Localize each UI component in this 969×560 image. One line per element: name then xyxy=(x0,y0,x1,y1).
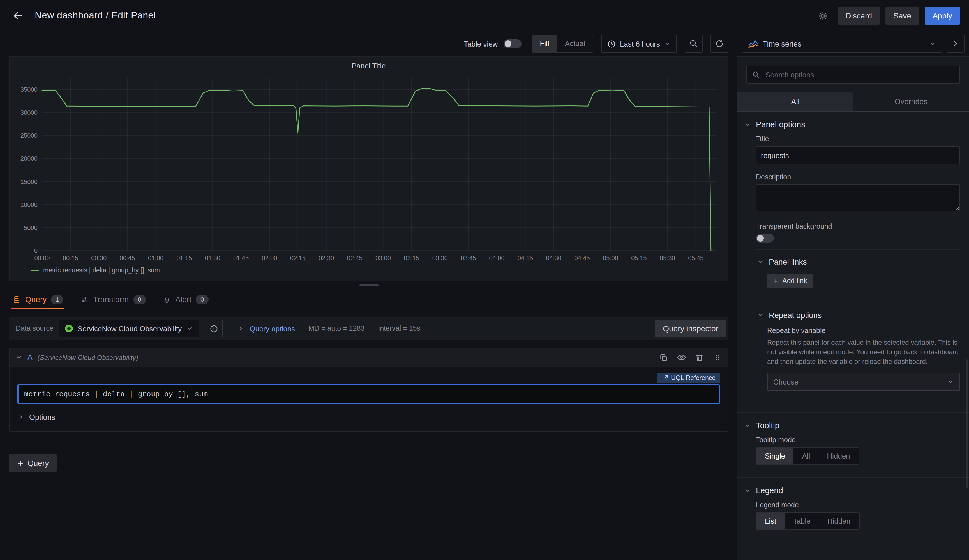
table-view-label: Table view xyxy=(464,40,498,48)
add-query-button[interactable]: Query xyxy=(9,454,57,472)
datasource-picker[interactable]: ServiceNow Cloud Observability xyxy=(59,319,199,337)
bell-icon xyxy=(162,295,171,304)
tab-all-options[interactable]: All xyxy=(738,93,853,111)
actual-option[interactable]: Actual xyxy=(557,35,593,52)
tooltip-mode-single[interactable]: Single xyxy=(756,448,794,464)
options-search-input[interactable] xyxy=(764,70,954,79)
description-field: Description xyxy=(756,173,960,214)
panel-title-input[interactable] xyxy=(756,146,960,164)
transparent-background-toggle[interactable] xyxy=(756,234,774,243)
refresh-icon xyxy=(715,39,724,48)
header-actions: Discard Save Apply xyxy=(814,7,960,25)
svg-text:30000: 30000 xyxy=(20,109,38,116)
legend-swatch xyxy=(31,269,39,271)
tab-query[interactable]: Query 1 xyxy=(11,289,65,309)
drag-query-handle[interactable] xyxy=(712,352,722,362)
chevron-down-icon xyxy=(947,379,954,386)
panel-title: Panel Title xyxy=(16,59,721,73)
description-textarea[interactable] xyxy=(756,184,960,211)
svg-text:05:45: 05:45 xyxy=(688,254,703,261)
uql-query-input[interactable] xyxy=(17,384,720,404)
section-legend: Legend Legend mode List Table Hidden xyxy=(738,477,969,536)
tooltip-mode-all[interactable]: All xyxy=(794,448,818,464)
clock-icon xyxy=(608,40,616,48)
tab-transform[interactable]: Transform 0 xyxy=(79,289,147,309)
tooltip-mode-label: Tooltip mode xyxy=(756,436,960,444)
add-link-button[interactable]: Add link xyxy=(767,274,813,288)
refresh-button[interactable] xyxy=(711,35,728,53)
legend-mode-label: Legend mode xyxy=(756,502,960,509)
query-editor-card: A (ServiceNow Cloud Observability) xyxy=(9,347,728,432)
plus-icon xyxy=(773,278,779,284)
chevron-down-icon xyxy=(757,312,764,318)
panel-links-header[interactable]: Panel links xyxy=(756,250,960,273)
arrow-left-icon xyxy=(12,10,24,22)
tab-overrides[interactable]: Overrides xyxy=(853,93,969,111)
chevron-down-icon xyxy=(929,40,936,47)
panel-preview: Panel Title 0500010000150002000025000300… xyxy=(9,56,728,281)
query-options-md: MD = auto = 1283 xyxy=(308,324,365,332)
collapse-options-pane-button[interactable] xyxy=(947,35,964,53)
fill-option[interactable]: Fill xyxy=(532,35,557,52)
svg-text:05:15: 05:15 xyxy=(631,254,646,261)
visualization-label: Time series xyxy=(763,40,925,48)
title-field: Title xyxy=(756,135,960,164)
svg-text:35000: 35000 xyxy=(20,86,38,93)
panel-resize-splitter[interactable] xyxy=(9,281,728,289)
legend-item-label[interactable]: metric requests | delta | group_by [], s… xyxy=(43,267,160,274)
duplicate-query-button[interactable] xyxy=(658,352,668,362)
chevron-right-icon xyxy=(952,40,959,48)
query-row-header[interactable]: A (ServiceNow Cloud Observability) xyxy=(10,348,728,367)
scrollbar-thumb[interactable] xyxy=(966,359,968,488)
repeat-variable-select[interactable]: Choose xyxy=(767,373,960,391)
delete-query-button[interactable] xyxy=(694,352,704,362)
section-legend-header[interactable]: Legend xyxy=(738,478,969,502)
page-title: New dashboard / Edit Panel xyxy=(35,10,156,21)
table-view-toggle[interactable] xyxy=(503,39,521,48)
repeat-variable-placeholder: Choose xyxy=(773,378,947,386)
hide-query-button[interactable] xyxy=(676,352,686,362)
svg-text:00:30: 00:30 xyxy=(91,254,107,261)
legend-mode-list[interactable]: List xyxy=(756,513,784,530)
query-inspector-button[interactable]: Query inspector xyxy=(655,319,726,337)
section-panel-options-header[interactable]: Panel options xyxy=(738,111,969,135)
datasource-label: Data source xyxy=(16,324,53,332)
query-options-link[interactable]: Query options xyxy=(250,324,295,333)
legend-mode-hidden[interactable]: Hidden xyxy=(819,513,859,530)
query-ref-id[interactable]: A xyxy=(27,353,33,362)
servicenow-logo-icon xyxy=(65,324,73,332)
visualization-picker[interactable]: Time series xyxy=(742,35,942,53)
uql-reference-button[interactable]: UQL Reference xyxy=(657,373,720,383)
save-button[interactable]: Save xyxy=(886,7,919,25)
zoom-out-button[interactable] xyxy=(685,35,703,53)
svg-text:02:15: 02:15 xyxy=(290,254,306,261)
discard-button[interactable]: Discard xyxy=(837,7,880,25)
settings-gear-button[interactable] xyxy=(814,7,832,25)
query-editor-body: UQL Reference Options xyxy=(10,367,728,431)
time-range-picker[interactable]: Last 6 hours xyxy=(601,35,677,53)
tooltip-mode-hidden[interactable]: Hidden xyxy=(818,448,858,464)
legend-mode-table[interactable]: Table xyxy=(784,513,819,530)
query-options-collapse[interactable]: Options xyxy=(17,406,720,428)
edit-tabs: Query 1 Transform 0 Alert 0 xyxy=(9,289,728,309)
apply-button[interactable]: Apply xyxy=(925,7,960,25)
chevron-down-icon xyxy=(744,422,751,429)
transform-icon xyxy=(80,295,89,304)
panel-links-body: Add link xyxy=(756,273,960,296)
svg-text:03:15: 03:15 xyxy=(404,254,419,261)
main-area: Table view Fill Actual Last 6 hours xyxy=(0,32,738,560)
repeat-options-header[interactable]: Repeat options xyxy=(756,303,960,326)
datasource-help-button[interactable] xyxy=(205,319,223,337)
query-options-cluster[interactable]: Query options MD = auto = 1283 Interval … xyxy=(237,324,420,333)
svg-text:5000: 5000 xyxy=(24,224,38,231)
svg-text:03:45: 03:45 xyxy=(461,254,476,261)
section-tooltip-header[interactable]: Tooltip xyxy=(738,413,969,436)
timeseries-viz-icon xyxy=(748,39,758,49)
back-button[interactable] xyxy=(9,7,27,25)
timeseries-chart[interactable]: 0500010000150002000025000300003500000:00… xyxy=(16,73,721,264)
svg-text:03:30: 03:30 xyxy=(432,254,448,261)
tab-alert[interactable]: Alert 0 xyxy=(161,289,210,309)
table-view-control: Table view xyxy=(461,39,523,48)
section-tooltip-body: Tooltip mode Single All Hidden xyxy=(738,436,969,477)
query-options-interval: Interval = 15s xyxy=(378,324,420,332)
